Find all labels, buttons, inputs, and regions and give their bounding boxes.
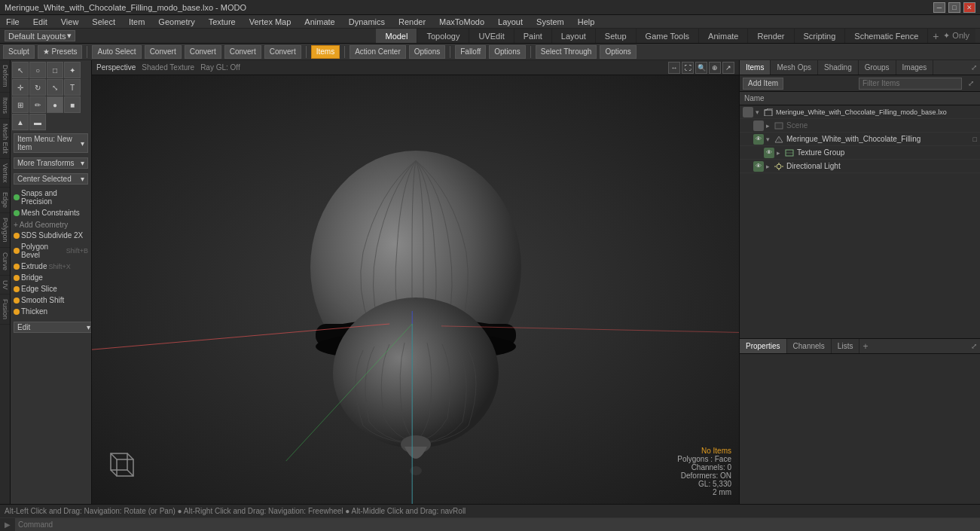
tab-animate[interactable]: Animate: [699, 29, 748, 43]
properties-tab[interactable]: Properties: [740, 339, 787, 353]
vp-ctrl-1[interactable]: ↔: [668, 62, 680, 74]
add-prop-tab-button[interactable]: +: [862, 341, 868, 352]
tab-render[interactable]: Render: [748, 29, 794, 43]
tab-layout[interactable]: Layout: [552, 29, 596, 43]
filter-items-input[interactable]: [859, 78, 962, 90]
tab-schematic[interactable]: Schematic Fence: [845, 29, 928, 43]
tool-sphere[interactable]: ●: [47, 96, 63, 113]
close-button[interactable]: ✕: [963, 2, 975, 13]
lists-tab[interactable]: Lists: [832, 339, 860, 353]
tool-rect[interactable]: □: [47, 62, 63, 78]
tool-cone[interactable]: ▲: [12, 114, 29, 130]
properties-panel-expand[interactable]: ⤢: [968, 342, 980, 350]
menu-vertex-map[interactable]: Vertex Map: [246, 17, 295, 26]
maximize-button[interactable]: □: [948, 2, 960, 13]
menu-texture[interactable]: Texture: [206, 17, 239, 26]
right-panel-expand[interactable]: ⤢: [968, 63, 980, 72]
menu-help[interactable]: Help: [575, 17, 598, 26]
viewport[interactable]: Perspective Shaded Texture Ray GL: Off ↔…: [92, 60, 739, 504]
add-tab-button[interactable]: +: [928, 29, 943, 44]
menu-select[interactable]: Select: [89, 17, 118, 26]
options-button-3[interactable]: Options: [600, 45, 636, 59]
vert-tab-vertex[interactable]: Vertex: [0, 159, 10, 188]
center-selected-dropdown[interactable]: Center Selected▾: [14, 173, 88, 185]
convert-button-1[interactable]: Convert: [145, 45, 182, 59]
tab-game-tools[interactable]: Game Tools: [637, 29, 700, 43]
menu-layout[interactable]: Layout: [495, 17, 526, 26]
tool-rotate[interactable]: ↻: [29, 79, 46, 96]
item-menu-dropdown[interactable]: Item Menu: New Item▾: [14, 133, 88, 153]
vp-ctrl-4[interactable]: ⊕: [709, 62, 721, 74]
tool-lasso[interactable]: ✦: [64, 62, 81, 78]
command-input[interactable]: [15, 518, 980, 531]
tool-transform[interactable]: ⊞: [12, 96, 29, 113]
vert-tab-uv[interactable]: UV: [0, 276, 10, 295]
vp-ctrl-3[interactable]: 🔍: [695, 62, 707, 74]
item-row-root[interactable]: ▾ Meringue_White_with_Chocolate_Filling_…: [740, 105, 980, 119]
visibility-icon-root[interactable]: [743, 107, 753, 117]
items-button[interactable]: Items: [311, 45, 340, 59]
convert-button-2[interactable]: Convert: [185, 45, 221, 59]
item-row-scene[interactable]: ▸ Scene: [740, 119, 980, 133]
menu-dynamics[interactable]: Dynamics: [346, 17, 388, 26]
tool-text[interactable]: T: [64, 79, 81, 96]
vert-tab-items[interactable]: Items: [0, 93, 10, 119]
select-through-button[interactable]: Select Through: [536, 45, 597, 59]
tab-uvedit[interactable]: UVEdit: [469, 29, 514, 43]
minimize-button[interactable]: ─: [933, 2, 945, 13]
item-row-light[interactable]: 👁 ▸ Directional Light: [740, 160, 980, 173]
more-transforms-dropdown[interactable]: More Transforms▾: [14, 157, 88, 169]
menu-item[interactable]: Item: [126, 17, 148, 26]
visibility-icon-texgrp[interactable]: 👁: [764, 148, 774, 158]
edge-slice-tool[interactable]: Edge Slice: [11, 283, 91, 294]
vert-tab-polygon[interactable]: Polygon: [0, 213, 10, 248]
items-tab[interactable]: Items: [740, 60, 771, 75]
convert-button-3[interactable]: Convert: [224, 45, 261, 59]
tab-scripting[interactable]: Scripting: [795, 29, 846, 43]
snaps-precision[interactable]: Snaps and Precision: [11, 188, 91, 207]
item-row-texgrp[interactable]: 👁 ▸ Texture Group: [740, 146, 980, 160]
tool-pen[interactable]: ✏: [29, 96, 46, 113]
tab-setup[interactable]: Setup: [596, 29, 637, 43]
tool-plane[interactable]: ▬: [29, 114, 46, 130]
mesh-constraints[interactable]: Mesh Constraints: [11, 207, 91, 218]
expand-icon-root[interactable]: ▾: [756, 108, 763, 116]
sds-subdivide[interactable]: SDS Subdivide 2X: [11, 230, 91, 241]
tab-topology[interactable]: Topology: [417, 29, 469, 43]
add-item-button[interactable]: Add Item: [743, 78, 783, 90]
thicken-tool[interactable]: Thicken: [11, 306, 91, 317]
options-button-1[interactable]: Options: [409, 45, 445, 59]
item-row-mesh[interactable]: 👁 ▾ Meringue_White_with_Chocolate_Fillin…: [740, 133, 980, 146]
presets-button[interactable]: ★ Presets: [38, 45, 83, 59]
viewport-canvas[interactable]: No Items Polygons : Face Channels: 0 Def…: [92, 75, 739, 504]
tool-circle[interactable]: ○: [29, 62, 46, 78]
edit-dropdown[interactable]: Edit▾: [14, 322, 91, 333]
options-button-2[interactable]: Options: [489, 45, 525, 59]
shading-tab[interactable]: Shading: [818, 60, 859, 75]
smooth-shift-tool[interactable]: Smooth Shift: [11, 294, 91, 306]
tool-scale[interactable]: ⤡: [47, 79, 63, 96]
menu-geometry[interactable]: Geometry: [155, 17, 197, 26]
menu-file[interactable]: File: [3, 17, 23, 26]
mesh-ops-tab[interactable]: Mesh Ops: [771, 60, 818, 75]
bridge-tool[interactable]: Bridge: [11, 272, 91, 283]
expand-icon-mesh[interactable]: ▾: [766, 136, 774, 143]
vert-tab-edge[interactable]: Edge: [0, 188, 10, 213]
vp-ctrl-2[interactable]: ⛶: [682, 62, 694, 74]
polygon-bevel[interactable]: Polygon Bevel Shift+B: [11, 241, 91, 261]
vp-ctrl-5[interactable]: ↗: [722, 62, 734, 74]
convert-button-4[interactable]: Convert: [264, 45, 301, 59]
vert-tab-fusion[interactable]: Fusion: [0, 294, 10, 325]
falloff-button[interactable]: Falloff: [455, 45, 486, 59]
vp-shaded-label[interactable]: Shaded Texture: [142, 63, 194, 72]
images-tab[interactable]: Images: [896, 60, 934, 75]
vert-tab-curve[interactable]: Curve: [0, 248, 10, 276]
visibility-icon-mesh[interactable]: 👁: [753, 134, 764, 145]
channels-tab[interactable]: Channels: [787, 339, 832, 353]
tab-model[interactable]: Model: [376, 29, 417, 43]
tool-move[interactable]: ✛: [12, 79, 29, 96]
expand-icon-light[interactable]: ▸: [766, 163, 774, 170]
auto-select-button[interactable]: Auto Select: [92, 45, 141, 59]
extrude-tool[interactable]: Extrude Shift+X: [11, 261, 91, 272]
action-center-button[interactable]: Action Center: [350, 45, 406, 59]
